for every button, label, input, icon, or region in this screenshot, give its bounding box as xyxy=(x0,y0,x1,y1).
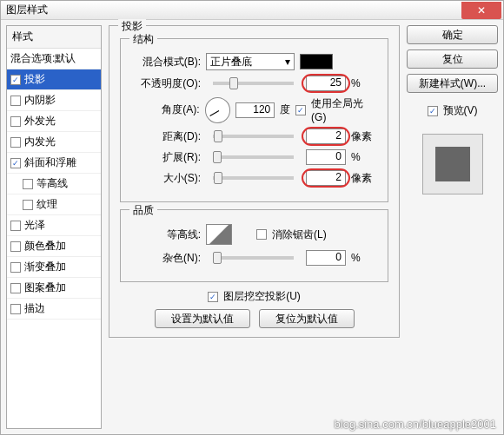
spread-input[interactable]: 0 xyxy=(306,149,346,165)
close-button[interactable]: ✕ xyxy=(461,2,501,19)
titlebar: 图层样式 ✕ xyxy=(1,1,503,20)
sidebar-item-0[interactable]: 投影 xyxy=(7,69,101,90)
sidebar-item-7[interactable]: 光泽 xyxy=(7,215,101,236)
watermark: blog.sina.com.cn/blueapple2001 xyxy=(335,418,496,431)
sidebar-checkbox[interactable] xyxy=(10,283,21,293)
angle-unit: 度 xyxy=(280,102,290,117)
blend-mode-label: 混合模式(B): xyxy=(131,55,201,69)
anti-alias-label: 消除锯齿(L) xyxy=(272,227,327,242)
sidebar-item-8[interactable]: 颜色叠加 xyxy=(7,236,101,257)
shadow-color-swatch[interactable] xyxy=(300,54,333,69)
sidebar-item-5[interactable]: 等高线 xyxy=(7,174,101,194)
anti-alias-checkbox[interactable] xyxy=(256,229,267,240)
ok-button[interactable]: 确定 xyxy=(407,25,498,44)
distance-slider[interactable] xyxy=(213,135,294,138)
sidebar-item-9[interactable]: 渐变叠加 xyxy=(7,257,101,278)
angle-input[interactable]: 120 xyxy=(235,102,275,118)
cancel-button[interactable]: 复位 xyxy=(407,49,498,69)
sidebar-checkbox[interactable] xyxy=(10,241,21,252)
sidebar-item-label: 斜面和浮雕 xyxy=(24,155,76,170)
size-input[interactable]: 2 xyxy=(306,170,346,186)
sidebar-item-label: 光泽 xyxy=(24,218,45,233)
sidebar-checkbox[interactable] xyxy=(10,75,21,85)
preview-swatch xyxy=(435,147,470,181)
angle-dial[interactable] xyxy=(205,97,230,123)
knockout-label: 图层挖空投影(U) xyxy=(223,289,301,304)
sidebar-item-label: 内阴影 xyxy=(24,93,56,108)
spread-label: 扩展(R): xyxy=(131,150,201,165)
noise-label: 杂色(N): xyxy=(131,251,201,266)
sidebar-item-4[interactable]: 斜面和浮雕 xyxy=(7,153,101,174)
sidebar-checkbox[interactable] xyxy=(10,137,21,148)
sidebar-item-label: 纹理 xyxy=(36,197,57,212)
opacity-unit: % xyxy=(351,77,377,89)
opacity-input[interactable]: 25 xyxy=(306,76,346,91)
sidebar-item-label: 等高线 xyxy=(36,176,68,191)
reset-default-button[interactable]: 复位为默认值 xyxy=(259,309,355,328)
opacity-label: 不透明度(O): xyxy=(131,76,201,91)
window-title: 图层样式 xyxy=(6,3,48,17)
noise-slider[interactable] xyxy=(213,256,294,260)
sidebar-checkbox[interactable] xyxy=(10,221,21,231)
distance-input[interactable]: 2 xyxy=(306,129,346,144)
distance-unit: 像素 xyxy=(351,129,377,144)
size-unit: 像素 xyxy=(351,171,377,186)
sidebar-checkbox[interactable] xyxy=(10,116,21,127)
sidebar-item-label: 颜色叠加 xyxy=(24,239,66,254)
sidebar-checkbox[interactable] xyxy=(10,96,21,106)
sidebar-item-11[interactable]: 描边 xyxy=(7,299,101,320)
contour-picker[interactable] xyxy=(206,224,232,245)
sidebar-checkbox[interactable] xyxy=(10,158,21,168)
preview-checkbox[interactable] xyxy=(428,106,438,116)
sidebar-header: 样式 xyxy=(7,26,101,49)
angle-label: 角度(A): xyxy=(131,102,200,117)
sidebar-item-10[interactable]: 图案叠加 xyxy=(7,278,101,299)
sidebar-checkbox[interactable] xyxy=(10,262,21,273)
sidebar-blend-options[interactable]: 混合选项:默认 xyxy=(7,49,101,69)
blend-mode-select[interactable]: 正片叠底 ▾ xyxy=(206,53,295,70)
sidebar-item-label: 渐变叠加 xyxy=(24,260,66,274)
sidebar-item-1[interactable]: 内阴影 xyxy=(7,90,101,111)
new-style-button[interactable]: 新建样式(W)... xyxy=(407,74,498,93)
global-light-label: 使用全局光(G) xyxy=(311,96,377,123)
sidebar-item-label: 投影 xyxy=(24,72,45,87)
sidebar-item-label: 内发光 xyxy=(24,135,56,149)
sidebar-item-6[interactable]: 纹理 xyxy=(7,194,101,215)
size-slider[interactable] xyxy=(213,176,294,180)
opacity-slider[interactable] xyxy=(213,82,294,85)
contour-label: 等高线: xyxy=(131,227,201,242)
sidebar-item-2[interactable]: 外发光 xyxy=(7,111,101,132)
structure-legend: 结构 xyxy=(129,32,157,47)
global-light-checkbox[interactable] xyxy=(295,105,306,115)
knockout-checkbox[interactable] xyxy=(208,292,218,302)
blend-options-label: 混合选项:默认 xyxy=(10,51,76,66)
sidebar-item-label: 描边 xyxy=(24,301,45,316)
spread-slider[interactable] xyxy=(213,155,294,159)
sidebar-item-label: 图案叠加 xyxy=(24,280,66,295)
sidebar-checkbox[interactable] xyxy=(23,179,33,189)
spread-unit: % xyxy=(351,151,377,163)
set-default-button[interactable]: 设置为默认值 xyxy=(155,309,250,328)
sidebar-item-3[interactable]: 内发光 xyxy=(7,132,101,153)
noise-unit: % xyxy=(351,252,377,264)
distance-label: 距离(D): xyxy=(131,129,201,144)
quality-legend: 品质 xyxy=(129,203,157,218)
sidebar-item-label: 外发光 xyxy=(24,114,56,129)
sidebar-checkbox[interactable] xyxy=(23,200,33,210)
preview-box xyxy=(422,134,483,194)
noise-input[interactable]: 0 xyxy=(306,250,346,266)
preview-label: 预览(V) xyxy=(443,103,478,118)
size-label: 大小(S): xyxy=(131,171,201,186)
sidebar-checkbox[interactable] xyxy=(10,304,21,314)
styles-sidebar: 样式 混合选项:默认 投影内阴影外发光内发光斜面和浮雕等高线纹理光泽颜色叠加渐变… xyxy=(6,25,102,429)
chevron-down-icon: ▾ xyxy=(285,56,290,68)
